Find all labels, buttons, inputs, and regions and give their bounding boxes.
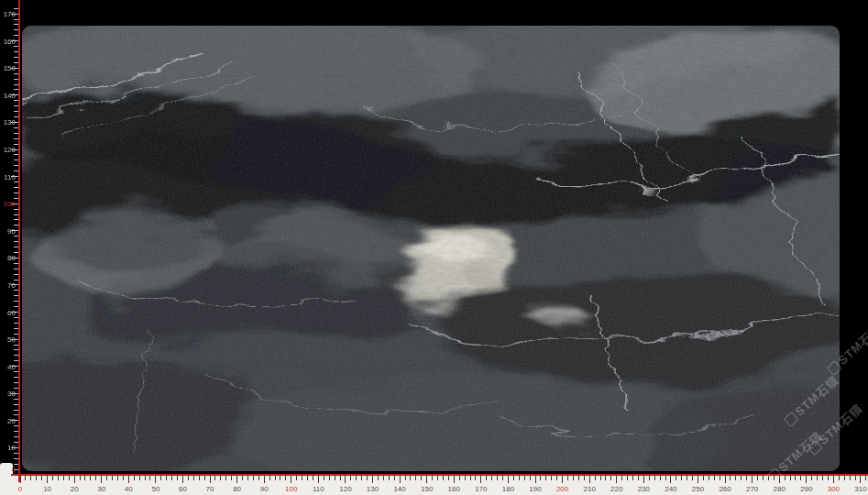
bottom-ruler-tick [389, 476, 390, 480]
bottom-ruler-label: 290 [795, 485, 819, 493]
left-ruler-label: 160 [0, 38, 16, 46]
bottom-ruler-tick [247, 476, 248, 480]
bottom-ruler-tick [264, 476, 265, 483]
left-ruler-baseline [18, 0, 20, 482]
left-ruler-label: 80 [0, 254, 16, 262]
bottom-ruler-tick [535, 476, 536, 483]
bottom-ruler-tick [340, 476, 341, 480]
bottom-ruler-tick [25, 476, 26, 480]
bottom-ruler-tick [839, 476, 840, 480]
bottom-ruler-tick [432, 476, 433, 480]
bottom-ruler-label: 100 [280, 485, 303, 493]
bottom-ruler-label: 20 [62, 485, 86, 493]
bottom-ruler-label: 280 [767, 485, 791, 493]
bottom-ruler-label: 30 [90, 485, 114, 493]
bottom-ruler-tick [621, 476, 622, 480]
bottom-ruler-tick [171, 476, 172, 480]
bottom-ruler-tick [160, 476, 161, 480]
bottom-ruler-tick [410, 476, 411, 480]
bottom-ruler-tick [177, 476, 178, 480]
bottom-ruler-label: 80 [225, 485, 249, 493]
bottom-ruler-label: 260 [713, 485, 737, 493]
left-ruler-label: 90 [0, 227, 16, 236]
bottom-ruler-tick [74, 476, 75, 483]
bottom-ruler-tick [822, 476, 823, 480]
bottom-ruler-label: 250 [687, 485, 710, 493]
bottom-ruler-tick [400, 476, 401, 483]
bottom-ruler-tick [703, 476, 704, 480]
bottom-ruler-tick [578, 476, 579, 480]
bottom-ruler-label: 270 [741, 485, 764, 493]
bottom-ruler-tick [730, 476, 731, 480]
bottom-ruler-tick [84, 476, 85, 480]
bottom-ruler-tick [199, 476, 200, 480]
bottom-ruler-label: 60 [170, 485, 194, 493]
bottom-ruler-tick [811, 476, 812, 480]
bottom-ruler-tick [752, 476, 753, 483]
bottom-ruler-tick [540, 476, 541, 480]
bottom-ruler-tick [491, 476, 492, 480]
bottom-ruler-tick [670, 476, 671, 483]
bottom-ruler-tick [356, 476, 357, 480]
bottom-ruler-tick [806, 476, 807, 483]
bottom-ruler-tick [800, 476, 801, 480]
left-ruler-label: 20 [0, 417, 16, 425]
bottom-ruler-tick [687, 476, 687, 480]
bottom-ruler-tick [415, 476, 416, 480]
bottom-ruler-tick [36, 476, 37, 480]
bottom-ruler-tick [313, 476, 313, 480]
bottom-ruler-tick [269, 476, 270, 480]
bottom-ruler-tick [627, 476, 628, 480]
bottom-ruler-tick [551, 476, 552, 480]
bottom-ruler-tick [285, 476, 286, 480]
bottom-ruler-tick [741, 476, 742, 480]
bottom-ruler-label: 140 [388, 485, 412, 493]
bottom-ruler-label: 310 [849, 485, 868, 493]
bottom-ruler-tick [600, 476, 601, 480]
bottom-ruler-tick [632, 476, 633, 480]
bottom-ruler-tick [41, 476, 42, 480]
bottom-ruler-tick [616, 476, 617, 483]
bottom-ruler-tick [188, 476, 189, 480]
left-ruler-label: 70 [0, 281, 16, 290]
bottom-ruler-tick [763, 476, 764, 480]
slab-photo [22, 26, 840, 471]
bottom-ruler-tick [145, 476, 146, 480]
bottom-ruler-tick [225, 476, 226, 480]
bottom-ruler-tick [502, 476, 503, 480]
bottom-ruler-tick [90, 476, 91, 480]
bottom-ruler-tick [69, 476, 70, 480]
bottom-ruler-label: 150 [415, 485, 439, 493]
bottom-ruler-tick [242, 476, 243, 480]
bottom-ruler-tick [367, 476, 368, 480]
left-ruler-label: 60 [0, 309, 16, 317]
bottom-ruler-tick [589, 476, 590, 483]
bottom-ruler-label: 160 [442, 485, 466, 493]
bottom-ruler-tick [735, 476, 736, 480]
bottom-ruler-tick [437, 476, 438, 480]
bottom-ruler-tick [421, 476, 422, 480]
bottom-ruler-tick [378, 476, 379, 480]
bottom-ruler-tick [63, 476, 64, 480]
bottom-ruler-tick [698, 476, 698, 483]
bottom-ruler-tick [665, 476, 666, 480]
bottom-ruler-tick [372, 476, 373, 483]
bottom-ruler-label: 130 [361, 485, 385, 493]
bottom-ruler-tick [556, 476, 557, 480]
bottom-ruler-tick [459, 476, 460, 480]
bottom-ruler-tick [844, 476, 845, 480]
bottom-ruler-tick [302, 476, 302, 480]
bottom-ruler-tick [258, 476, 259, 480]
bottom-ruler-label: 40 [116, 485, 140, 493]
bottom-ruler-tick [117, 476, 118, 480]
bottom-ruler-tick [860, 476, 861, 483]
bottom-ruler-label: 70 [198, 485, 222, 493]
bottom-ruler-tick [828, 476, 829, 480]
bottom-ruler-tick [465, 476, 466, 480]
bottom-ruler-tick [101, 476, 102, 483]
bottom-ruler-tick [519, 476, 520, 480]
left-ruler-label: 10 [0, 444, 16, 452]
bottom-ruler-label: 180 [496, 485, 520, 493]
bottom-ruler-tick [443, 476, 444, 480]
bottom-ruler-tick [497, 476, 498, 480]
